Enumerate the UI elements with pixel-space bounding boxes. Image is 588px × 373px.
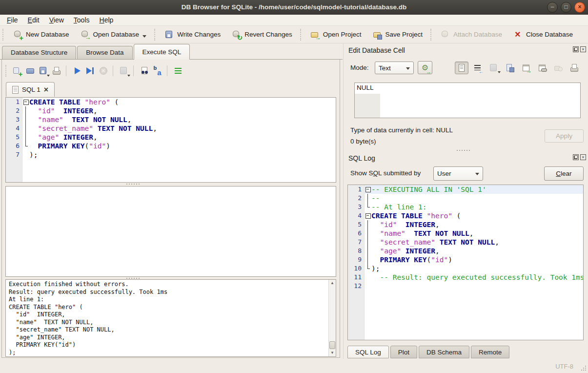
save-results-button[interactable] bbox=[117, 64, 130, 78]
splitter-handle[interactable] bbox=[126, 184, 141, 185]
format-sql-button[interactable] bbox=[171, 64, 184, 78]
dock-tab-plot[interactable]: Plot bbox=[390, 346, 417, 358]
sql-editor[interactable]: 1CREATE TABLE "hero" (2 "id" INTEGER,3 "… bbox=[5, 97, 336, 183]
toolbar-button-open-database[interactable]: Open Database bbox=[75, 27, 152, 42]
close-panel-icon[interactable]: × bbox=[580, 154, 586, 160]
splitter-handle[interactable] bbox=[126, 278, 141, 279]
execution-message-pane[interactable]: Execution finished without errors.Result… bbox=[5, 279, 336, 357]
menu-item-tools[interactable]: Tools bbox=[69, 15, 95, 26]
code-line: 7 "secret_name" TEXT NOT NULL, bbox=[348, 238, 583, 247]
text-mode-button[interactable] bbox=[455, 62, 468, 74]
sql-log-view[interactable]: 1-- EXECUTING ALL IN 'SQL 1'2--3-- At li… bbox=[347, 185, 584, 340]
code-line: 7); bbox=[6, 150, 336, 159]
code-line: 2-- bbox=[348, 194, 583, 203]
tab-database-structure[interactable]: Database Structure bbox=[2, 46, 76, 59]
mode-select[interactable]: Text bbox=[375, 62, 414, 74]
scrollbar-thumb[interactable] bbox=[329, 341, 335, 349]
code-line: 2 "id" INTEGER, bbox=[6, 106, 336, 115]
dropdown-caret-icon[interactable] bbox=[127, 75, 130, 77]
dock-tab-sql-log[interactable]: SQL Log bbox=[347, 346, 389, 358]
export-data-button[interactable] bbox=[503, 62, 517, 74]
line-number: 10 bbox=[348, 264, 365, 273]
toolbar-button-revert-changes[interactable]: Revert Changes bbox=[226, 27, 298, 42]
toolbar-button-write-changes[interactable]: Write Changes bbox=[159, 27, 226, 42]
execute-all-button[interactable] bbox=[70, 64, 83, 78]
code-text: "age" INTEGER, bbox=[371, 247, 583, 255]
clear-button[interactable]: Clear bbox=[544, 166, 584, 181]
code-line: 10); bbox=[348, 264, 583, 273]
mode-value: Text bbox=[379, 64, 391, 72]
execute-current-line-button[interactable] bbox=[83, 64, 97, 78]
minimize-button[interactable]: – bbox=[547, 2, 558, 13]
code-line: 1CREATE TABLE "hero" ( bbox=[6, 98, 336, 106]
code-text: "id" INTEGER, bbox=[371, 220, 583, 229]
toolbar-button-new-database[interactable]: New Database bbox=[7, 27, 75, 42]
save-sql-file-button[interactable] bbox=[37, 64, 50, 78]
scroll-up-icon[interactable]: ▲ bbox=[329, 280, 336, 287]
set-null-icon bbox=[553, 63, 563, 73]
close-panel-icon[interactable]: × bbox=[580, 46, 586, 52]
word-wrap-button[interactable] bbox=[471, 62, 485, 74]
fold-marker-icon[interactable] bbox=[22, 98, 29, 106]
cell-value-editor[interactable]: NULL bbox=[354, 83, 581, 118]
code-text: -- At line 1: bbox=[371, 203, 583, 211]
menu-item-file[interactable]: File bbox=[2, 15, 23, 26]
toolbar-drag-handle[interactable] bbox=[2, 29, 5, 41]
code-text: -- Result: query executed successfully. … bbox=[371, 273, 584, 282]
code-line: 11 -- Result: query executed successfull… bbox=[348, 273, 583, 282]
sql-editor-tab[interactable]: SQL 1 × bbox=[6, 82, 55, 97]
link-data-button[interactable] bbox=[535, 62, 549, 74]
float-panel-icon[interactable] bbox=[573, 154, 579, 160]
toolbar-button-attach-database[interactable]: Attach Database bbox=[435, 27, 507, 42]
line-number: 4 bbox=[6, 124, 22, 133]
toolbar-separator bbox=[167, 65, 168, 76]
menu-item-view[interactable]: View bbox=[44, 15, 69, 26]
dock-tab-db-schema[interactable]: DB Schema bbox=[419, 346, 469, 358]
find-button[interactable] bbox=[138, 64, 151, 78]
dropdown-caret-icon[interactable] bbox=[142, 35, 146, 38]
dock-tab-remote[interactable]: Remote bbox=[471, 346, 509, 358]
encoding-indicator[interactable]: UTF-8 bbox=[555, 363, 573, 370]
open-sql-file-button[interactable] bbox=[23, 64, 37, 78]
open-in-external-button[interactable] bbox=[519, 62, 533, 74]
menu-item-help[interactable]: Help bbox=[95, 15, 119, 26]
scroll-down-icon[interactable]: ▼ bbox=[329, 350, 336, 356]
print-cell-button[interactable] bbox=[568, 62, 581, 74]
close-tab-icon[interactable]: × bbox=[44, 86, 48, 93]
scrollbar[interactable]: ▲ ▼ bbox=[328, 280, 336, 356]
fold-margin bbox=[22, 106, 29, 115]
toolbar-button-save-project[interactable]: Save Project bbox=[367, 27, 428, 42]
float-panel-icon[interactable] bbox=[573, 46, 579, 52]
apply-button[interactable]: Apply bbox=[545, 129, 584, 143]
gear-icon bbox=[420, 63, 430, 73]
import-data-button[interactable] bbox=[487, 62, 501, 74]
cell-size-text: 0 byte(s) bbox=[350, 138, 376, 145]
dropdown-caret-icon[interactable] bbox=[498, 71, 501, 73]
tab-execute-sql[interactable]: Execute SQL bbox=[134, 44, 190, 60]
line-number: 2 bbox=[6, 106, 22, 115]
main-tabbar: Database StructureBrowse DataExecute SQL bbox=[0, 43, 343, 60]
window-title: DB Browser for SQLite - /home/user/code/… bbox=[182, 3, 406, 11]
find-replace-button[interactable] bbox=[151, 64, 164, 78]
line-number: 2 bbox=[348, 194, 365, 203]
maximize-button[interactable]: □ bbox=[561, 2, 571, 13]
stop-button[interactable] bbox=[97, 64, 110, 78]
fold-marker-icon[interactable] bbox=[365, 211, 371, 220]
results-grid[interactable] bbox=[5, 186, 336, 277]
new-sql-tab-icon bbox=[12, 66, 22, 76]
menu-item-edit[interactable]: Edit bbox=[23, 15, 44, 26]
toolbar-button-open-project[interactable]: Open Project bbox=[304, 27, 367, 42]
apply-settings-button[interactable] bbox=[418, 61, 432, 74]
close-button[interactable]: × bbox=[574, 2, 585, 13]
new-sql-tab-button[interactable] bbox=[10, 64, 23, 78]
line-number: 4 bbox=[348, 211, 365, 220]
splitter-handle[interactable] bbox=[457, 150, 471, 151]
fold-marker-icon[interactable] bbox=[365, 185, 371, 194]
resize-grip-icon[interactable] bbox=[581, 366, 586, 371]
set-null-button[interactable] bbox=[551, 62, 565, 74]
toolbar-drag-handle[interactable] bbox=[5, 65, 8, 77]
submitted-by-select[interactable]: User bbox=[433, 166, 483, 181]
print-button[interactable] bbox=[50, 64, 63, 78]
tab-browse-data[interactable]: Browse Data bbox=[77, 46, 132, 59]
toolbar-button-close-database[interactable]: Close Database bbox=[507, 27, 578, 42]
